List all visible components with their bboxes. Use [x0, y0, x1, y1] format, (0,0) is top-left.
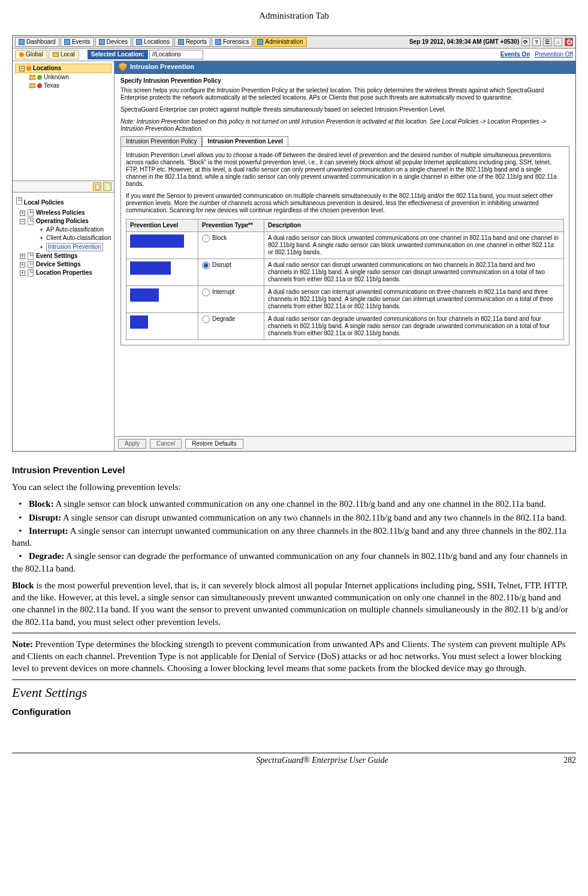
cancel-button[interactable]: Cancel: [150, 439, 182, 449]
type-cell[interactable]: Degrade: [198, 313, 264, 340]
policy-label: Location Properties: [36, 269, 92, 276]
tab-events[interactable]: Events: [61, 37, 94, 47]
tree-root[interactable]: − Locations: [15, 64, 111, 73]
section-heading: Intrusion Prevention Level: [12, 465, 576, 475]
policy-row-selected[interactable]: ➧Intrusion Prevention: [15, 242, 111, 252]
help-icon[interactable]: ?: [532, 38, 541, 46]
policy-tree: Local Policies +Wireless Policies −Opera…: [13, 193, 114, 451]
arrow-icon: ➧: [39, 234, 44, 242]
home-icon[interactable]: ⌂: [554, 38, 562, 46]
level-bar-cell: [126, 232, 198, 259]
dashboard-icon: [19, 39, 25, 45]
apply-button[interactable]: Apply: [118, 439, 146, 449]
collapse-icon[interactable]: −: [19, 66, 25, 71]
tree-label: Locations: [33, 65, 61, 72]
button-row: Apply Cancel Restore Defaults: [114, 436, 575, 451]
policy-label: Operating Policies: [36, 218, 89, 225]
location-tree: − Locations Unknown Texas: [13, 61, 114, 181]
policy-row[interactable]: +Location Properties: [15, 269, 111, 277]
refresh-icon[interactable]: ⟳: [521, 38, 530, 46]
tab-reports[interactable]: Reports: [174, 37, 210, 47]
main-tab-bar: Dashboard Events Devices Locations Repor…: [13, 36, 575, 49]
folder-icon: [29, 83, 35, 88]
policy-label: Device Settings: [36, 261, 80, 268]
folder-icon: [26, 66, 31, 71]
list-item: Block: A single sensor can block unwante…: [12, 498, 576, 510]
type-label: Degrade: [212, 315, 235, 322]
type-cell[interactable]: Interrupt: [198, 286, 264, 313]
panel-title: Intrusion Prevention: [130, 63, 194, 71]
chip-label: Global: [26, 51, 43, 58]
expand-icon[interactable]: +: [20, 211, 25, 216]
policy-tree-header: Local Policies: [15, 196, 111, 209]
level-name: Interrupt:: [29, 526, 68, 536]
description-cell: A dual radio sensor can block unwanted c…: [264, 232, 564, 259]
restore-defaults-button[interactable]: Restore Defaults: [185, 439, 243, 449]
level-intro: If you want the Sensor to prevent unwant…: [126, 193, 564, 214]
tree-child[interactable]: Texas: [15, 82, 111, 90]
list-item: Disrupt: A single sensor can disrupt unw…: [12, 512, 576, 524]
configuration-subheading: Configuration: [12, 706, 576, 717]
policy-row[interactable]: −Operating Policies: [15, 217, 111, 225]
expand-icon[interactable]: +: [20, 270, 25, 276]
copy-icon[interactable]: 📋: [93, 182, 101, 191]
page-icon: [28, 252, 34, 260]
tab-locations[interactable]: Locations: [132, 37, 173, 47]
expand-icon[interactable]: +: [20, 254, 25, 259]
global-chip[interactable]: Global: [15, 50, 47, 59]
policy-row[interactable]: +Device Settings: [15, 260, 111, 269]
collapse-icon[interactable]: −: [20, 219, 25, 224]
header-label: Local Policies: [24, 199, 64, 206]
tab-label: Reports: [186, 38, 207, 46]
logout-icon[interactable]: ⏻: [565, 38, 573, 46]
event-settings-heading: Event Settings: [12, 685, 576, 700]
tab-label: Devices: [107, 38, 128, 46]
subtab-policy[interactable]: Intrusion Prevention Policy: [120, 136, 202, 146]
th-desc: Description: [264, 220, 564, 232]
level-text: A single sensor can degrade the performa…: [12, 551, 568, 573]
levels-list: Block: A single sensor can block unwante…: [12, 498, 576, 575]
local-chip[interactable]: Local: [49, 50, 79, 59]
tool-icon[interactable]: ☰: [543, 38, 551, 46]
arrow-icon: ➧: [39, 243, 44, 251]
tab-label: Dashboard: [26, 38, 56, 46]
expand-icon[interactable]: +: [20, 262, 25, 267]
tab-label: Forensics: [223, 38, 249, 46]
tab-forensics[interactable]: Forensics: [212, 37, 252, 47]
policy-row[interactable]: +Event Settings: [15, 252, 111, 260]
type-label: Interrupt: [212, 288, 234, 295]
paste-icon[interactable]: 📄: [103, 182, 111, 191]
type-cell[interactable]: Block: [198, 232, 264, 259]
block-rest: is the most powerful prevention level, t…: [12, 581, 568, 627]
type-cell[interactable]: Disrupt: [198, 259, 264, 286]
type-label: Block: [212, 234, 227, 241]
events-icon: [64, 39, 70, 45]
description-cell: A dual radio sensor can disrupt unwanted…: [264, 259, 564, 286]
prevention-type-radio[interactable]: [202, 315, 210, 323]
tab-administration[interactable]: Administration: [254, 37, 306, 47]
page-icon: [28, 218, 34, 225]
note-text: Prevention Type determines the blocking …: [12, 639, 566, 673]
prevention-type-radio[interactable]: [202, 261, 210, 269]
tab-dashboard[interactable]: Dashboard: [15, 37, 59, 47]
selected-location-value[interactable]: //Locations: [149, 50, 203, 59]
prevention-off-link[interactable]: Prevention Off: [535, 51, 573, 58]
subtab-level[interactable]: Intrusion Prevention Level: [202, 136, 288, 146]
level-bar-cell: [126, 286, 198, 313]
prevention-type-radio[interactable]: [202, 234, 210, 242]
policy-row[interactable]: ➧Client Auto-classification: [15, 234, 111, 242]
level-intro: Intrusion Prevention Level allows you to…: [126, 152, 564, 188]
events-on-link[interactable]: Events On: [500, 51, 530, 58]
policy-toolbar: 📋 📄: [13, 181, 114, 193]
app-screenshot: Dashboard Events Devices Locations Repor…: [12, 35, 576, 452]
tree-child[interactable]: Unknown: [15, 73, 111, 82]
policy-row[interactable]: +Wireless Policies: [15, 209, 111, 217]
selected-location-label: Selected Location:: [88, 50, 148, 59]
prevention-type-radio[interactable]: [202, 288, 210, 296]
intro-text: You can select the following prevention …: [12, 481, 576, 493]
subtab-body: Intrusion Prevention Level allows you to…: [120, 146, 569, 345]
type-label: Disrupt: [212, 261, 231, 268]
policy-row[interactable]: ➧AP Auto-classification: [15, 225, 111, 234]
tab-devices[interactable]: Devices: [95, 37, 132, 47]
table-row: DisruptA dual radio sensor can disrupt u…: [126, 259, 564, 286]
